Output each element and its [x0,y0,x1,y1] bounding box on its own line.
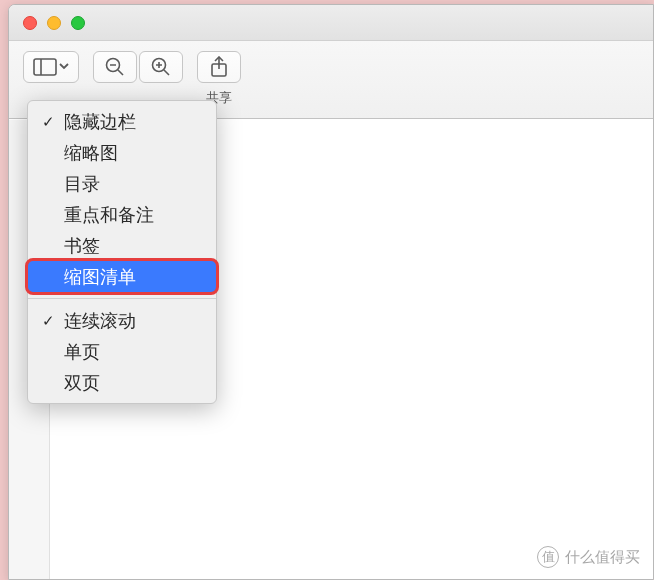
svg-line-6 [164,70,169,75]
menu-item-label: 单页 [64,340,100,364]
menu-item-single-page[interactable]: 单页 [28,336,216,367]
menu-item-label: 重点和备注 [64,203,154,227]
view-dropdown-menu: ✓ 隐藏边栏 缩略图 目录 重点和备注 书签 缩图清单 ✓ 连续滚动 [27,100,217,404]
watermark: 值 什么值得买 [537,546,640,568]
checkmark-icon: ✓ [38,312,58,330]
menu-item-label: 缩略图 [64,141,118,165]
fullscreen-window-button[interactable] [71,16,85,30]
menu-item-highlights-notes[interactable]: 重点和备注 [28,199,216,230]
menu-item-hide-sidebar[interactable]: ✓ 隐藏边栏 [28,106,216,137]
watermark-icon: 值 [537,546,559,568]
titlebar [9,5,653,41]
app-window: 共享 ✓ 隐藏边栏 缩略图 目录 重点和备注 书签 缩图清单 [8,4,654,580]
zoom-out-button[interactable] [93,51,137,83]
view-tool-group [23,51,79,83]
menu-item-thumbnails[interactable]: 缩略图 [28,137,216,168]
zoom-in-button[interactable] [139,51,183,83]
menu-item-label: 双页 [64,371,100,395]
menu-item-label: 连续滚动 [64,309,136,333]
share-icon [209,56,229,78]
zoom-out-icon [104,56,126,78]
share-button[interactable] [197,51,241,83]
menu-item-contact-sheet[interactable]: 缩图清单 [28,261,216,292]
menu-item-continuous-scroll[interactable]: ✓ 连续滚动 [28,305,216,336]
menu-item-two-pages[interactable]: 双页 [28,367,216,398]
close-window-button[interactable] [23,16,37,30]
svg-rect-0 [34,59,56,75]
minimize-window-button[interactable] [47,16,61,30]
menu-separator [28,298,216,299]
zoom-in-icon [150,56,172,78]
zoom-tool-group [93,51,183,83]
menu-item-bookmarks[interactable]: 书签 [28,230,216,261]
menu-item-label: 隐藏边栏 [64,110,136,134]
checkmark-icon: ✓ [38,113,58,131]
menu-item-table-of-contents[interactable]: 目录 [28,168,216,199]
view-mode-button[interactable] [23,51,79,83]
sidebar-icon [33,57,69,77]
watermark-text: 什么值得买 [565,548,640,567]
share-tool-group: 共享 [197,51,241,107]
menu-item-label: 缩图清单 [64,265,136,289]
svg-line-3 [118,70,123,75]
menu-item-label: 目录 [64,172,100,196]
menu-item-label: 书签 [64,234,100,258]
